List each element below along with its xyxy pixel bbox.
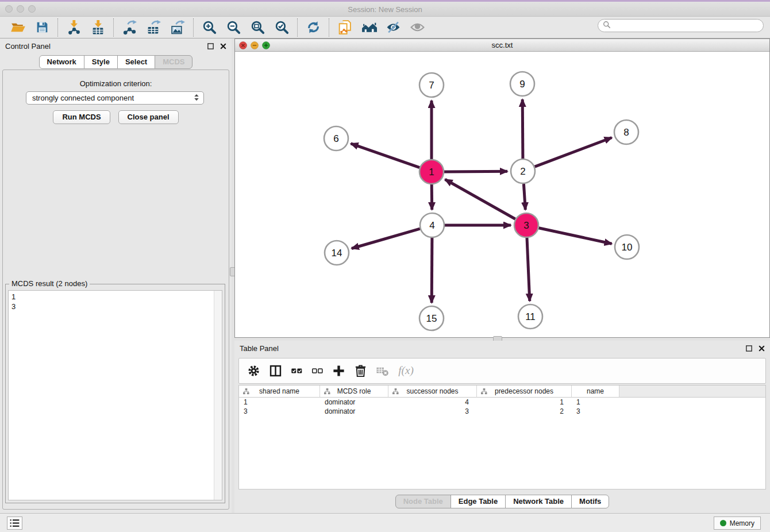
unselect-all-columns-icon[interactable]	[311, 365, 324, 377]
split-columns-icon[interactable]	[269, 364, 282, 377]
close-panel-icon[interactable]	[219, 42, 227, 50]
toolbar-icon-group	[0, 18, 429, 37]
memory-button[interactable]: Memory	[714, 516, 761, 530]
table-cell[interactable]: 1	[477, 398, 572, 407]
graph-edge-3-1[interactable]	[445, 179, 515, 219]
run-mcds-button[interactable]: Run MCDS	[53, 110, 110, 124]
graph-node-3[interactable]: 3	[514, 213, 538, 237]
network-canvas[interactable]: 7968124314101511	[235, 52, 769, 337]
eye-show-icon	[405, 18, 429, 37]
tab-node-table[interactable]: Node Table	[395, 495, 451, 508]
search-box[interactable]	[598, 19, 764, 32]
optimization-criterion-select[interactable]: strongly connected component	[26, 91, 204, 105]
float-panel-icon[interactable]	[206, 42, 214, 50]
table-cell[interactable]: 1	[239, 398, 320, 407]
table-cell[interactable]: 3	[388, 407, 477, 416]
graph-edge-1-6[interactable]	[351, 144, 420, 168]
tab-network[interactable]: Network	[39, 55, 84, 69]
network-home-icon[interactable]	[357, 18, 381, 37]
graph-node-14[interactable]: 14	[325, 241, 349, 265]
svg-text:11: 11	[525, 311, 536, 322]
column-header-successor-nodes[interactable]: successor nodes	[388, 385, 477, 398]
graph-edge-2-9[interactable]	[522, 99, 523, 159]
import-network-icon[interactable]	[61, 18, 86, 37]
tab-mcds[interactable]: MCDS	[155, 55, 192, 69]
graph-node-8[interactable]: 8	[614, 120, 638, 144]
column-header-shared-name[interactable]: shared name	[239, 385, 320, 398]
table-cell[interactable]: 4	[388, 398, 477, 407]
close-panel-icon[interactable]	[757, 344, 765, 352]
graph-node-9[interactable]: 9	[510, 72, 534, 96]
table-cell[interactable]: dominator	[320, 407, 388, 416]
network-window-titlebar[interactable]: scc.txt	[235, 39, 769, 52]
mcds-result-text: 1 3	[9, 291, 222, 313]
column-header-name[interactable]: name	[572, 385, 619, 398]
table-cell[interactable]: 3	[239, 407, 320, 416]
network-graph: 7968124314101511	[235, 52, 769, 337]
tab-edge-table[interactable]: Edge Table	[451, 495, 506, 508]
export-image-icon[interactable]	[165, 18, 190, 37]
table-row[interactable]: 3dominator323	[239, 407, 765, 416]
task-history-button[interactable]	[7, 516, 22, 530]
graph-edge-4-14[interactable]	[352, 229, 420, 248]
toolbar-separator	[297, 18, 298, 37]
refresh-network-icon[interactable]	[301, 18, 325, 37]
header-filler	[619, 385, 765, 398]
graph-node-4[interactable]: 4	[420, 213, 444, 237]
mcds-result-title: MCDS result (2 nodes)	[9, 279, 90, 288]
column-header-predecessor-nodes[interactable]: predecessor nodes	[477, 385, 572, 398]
zoom-fit-icon[interactable]	[245, 18, 270, 37]
memory-label: Memory	[730, 519, 754, 527]
export-table-icon[interactable]	[141, 18, 165, 37]
search-input[interactable]	[613, 21, 763, 31]
graph-edge-2-8[interactable]	[535, 138, 612, 167]
graph-node-1[interactable]: 1	[419, 160, 444, 184]
tab-style[interactable]: Style	[84, 55, 118, 69]
delete-columns-icon[interactable]	[354, 364, 367, 377]
table-cell[interactable]: 2	[477, 407, 572, 416]
table-cell[interactable]: 3	[572, 407, 619, 416]
graph-node-15[interactable]: 15	[419, 306, 444, 330]
graph-node-11[interactable]: 11	[518, 304, 542, 329]
svg-text:7: 7	[429, 80, 434, 91]
zoom-out-icon[interactable]	[221, 18, 245, 37]
tab-network-table[interactable]: Network Table	[505, 495, 572, 508]
table-cell[interactable]: 1	[572, 398, 619, 407]
graph-edge-3-11[interactable]	[527, 238, 530, 301]
tab-select[interactable]: Select	[117, 55, 155, 69]
tab-motifs[interactable]: Motifs	[571, 495, 609, 508]
graph-edge-1-4[interactable]	[432, 184, 432, 210]
result-scrollbar[interactable]	[214, 291, 222, 500]
open-session-icon[interactable]	[6, 18, 30, 37]
table-cell[interactable]: dominator	[320, 398, 388, 407]
svg-text:4: 4	[429, 220, 434, 231]
main-toolbar	[0, 17, 770, 38]
copy-network-icon[interactable]	[333, 18, 357, 37]
export-network-icon[interactable]	[117, 18, 141, 37]
graph-node-2[interactable]: 2	[511, 159, 535, 183]
zoom-selected-icon[interactable]	[270, 18, 294, 37]
import-table-icon[interactable]	[86, 18, 110, 37]
create-column-icon[interactable]	[332, 364, 345, 377]
graph-node-6[interactable]: 6	[324, 126, 348, 151]
graph-node-7[interactable]: 7	[419, 73, 444, 97]
svg-text:10: 10	[622, 242, 633, 253]
table-row[interactable]: 1dominator411	[239, 398, 765, 407]
select-all-columns-icon[interactable]	[291, 365, 303, 377]
graph-node-10[interactable]: 10	[615, 235, 639, 259]
column-header-MCDS-role[interactable]: MCDS role	[320, 385, 388, 398]
graph-edge-2-3[interactable]	[523, 184, 525, 210]
svg-text:14: 14	[332, 248, 342, 259]
svg-text:f(x): f(x)	[398, 364, 414, 377]
title-bar: Session: New Session	[0, 2, 770, 17]
eye-hide-icon[interactable]	[381, 18, 405, 37]
float-panel-icon[interactable]	[745, 344, 753, 352]
table-settings-icon[interactable]	[247, 364, 260, 377]
zoom-in-icon[interactable]	[197, 18, 221, 37]
save-session-icon[interactable]	[30, 18, 54, 37]
graph-edge-1-2[interactable]	[444, 171, 507, 172]
graph-edge-4-15[interactable]	[432, 238, 432, 303]
close-panel-button[interactable]: Close panel	[118, 110, 179, 124]
optimization-criterion-label: Optimization criterion:	[3, 79, 229, 88]
graph-edge-3-10[interactable]	[539, 228, 612, 244]
